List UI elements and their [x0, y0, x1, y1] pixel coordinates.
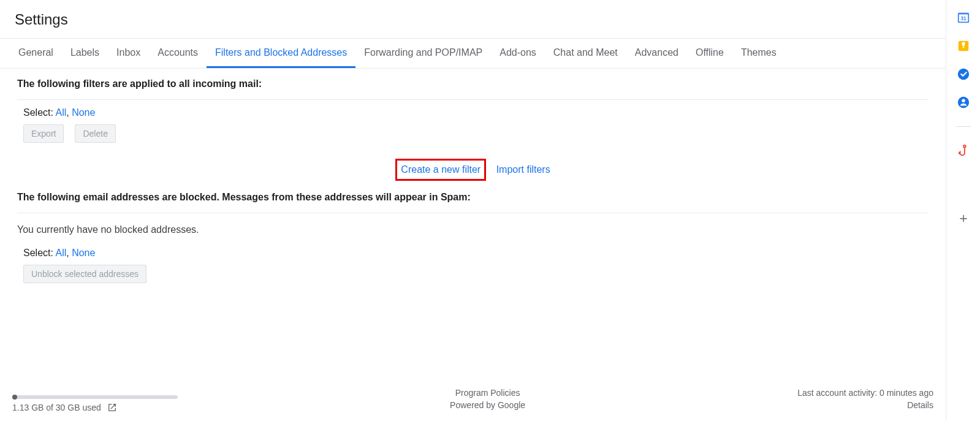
filters-heading: The following filters are applied to all… [17, 78, 929, 89]
export-button[interactable]: Export [23, 124, 64, 143]
add-icon[interactable]: ＋ [957, 211, 970, 225]
unblock-button[interactable]: Unblock selected addresses [23, 265, 146, 283]
filter-create-row: Create a new filter Import filters [17, 154, 929, 192]
side-divider [956, 126, 971, 127]
program-policies-link[interactable]: Program Policies [450, 388, 525, 398]
divider [17, 99, 929, 100]
tab-filters[interactable]: Filters and Blocked Addresses [207, 39, 355, 68]
tasks-icon[interactable] [957, 67, 970, 81]
horizontal-scrollbar[interactable] [12, 395, 178, 399]
account-activity-text: Last account activity: 0 minutes ago [797, 388, 933, 398]
svg-point-7 [962, 99, 965, 103]
svg-rect-4 [962, 47, 964, 48]
keep-icon[interactable] [957, 39, 970, 53]
tab-inbox[interactable]: Inbox [108, 39, 149, 68]
filter-buttons: Export Delete [17, 124, 929, 154]
details-link[interactable]: Details [797, 400, 933, 410]
import-filters-link[interactable]: Import filters [496, 164, 550, 175]
delete-button[interactable]: Delete [75, 124, 115, 143]
tab-forwarding[interactable]: Forwarding and POP/IMAP [355, 39, 491, 68]
select-none-link[interactable]: None [72, 107, 95, 118]
contacts-icon[interactable] [957, 96, 970, 109]
tab-addons[interactable]: Add-ons [491, 39, 545, 68]
blocked-heading: The following email addresses are blocke… [17, 192, 929, 203]
tab-general[interactable]: General [17, 39, 62, 68]
svg-point-5 [957, 69, 968, 80]
footer-center: Program Policies Powered by Google [450, 388, 525, 412]
filters-select-row: Select: All, None [17, 106, 929, 124]
footer-right: Last account activity: 0 minutes ago Det… [797, 388, 933, 412]
open-in-new-icon[interactable] [107, 403, 117, 412]
content-area: The following filters are applied to all… [0, 69, 946, 383]
select-all-link[interactable]: All [55, 107, 66, 118]
tab-advanced[interactable]: Advanced [626, 39, 687, 68]
footer-left: 1.13 GB of 30 GB used [12, 395, 178, 412]
header: Settings [0, 0, 946, 39]
blocked-select-none-link[interactable]: None [72, 248, 95, 258]
select-label: Select: [23, 107, 53, 118]
calendar-icon[interactable]: 31 [957, 11, 970, 25]
tab-labels[interactable]: Labels [62, 39, 108, 68]
blocked-select-row: Select: All, None [17, 246, 929, 265]
scrollbar-thumb[interactable] [12, 395, 17, 400]
storage-row: 1.13 GB of 30 GB used [12, 403, 178, 412]
settings-main: Settings General Labels Inbox Accounts F… [0, 0, 946, 421]
create-filter-link[interactable]: Create a new filter [401, 164, 481, 175]
blocked-select-all-link[interactable]: All [55, 248, 66, 258]
divider [17, 213, 929, 213]
tab-chat[interactable]: Chat and Meet [545, 39, 626, 68]
powered-by-text: Powered by Google [450, 400, 525, 410]
storage-text: 1.13 GB of 30 GB used [12, 403, 101, 412]
side-panel: 31 ＋ [946, 0, 980, 421]
settings-tabs: General Labels Inbox Accounts Filters an… [0, 39, 946, 69]
footer: 1.13 GB of 30 GB used Program Policies P… [0, 383, 946, 421]
tab-accounts[interactable]: Accounts [149, 39, 207, 68]
svg-text:31: 31 [960, 16, 967, 21]
page-title: Settings [0, 0, 946, 38]
tab-themes[interactable]: Themes [732, 39, 785, 68]
select-label: Select: [23, 248, 53, 258]
create-filter-highlight: Create a new filter [395, 159, 486, 181]
blocked-buttons: Unblock selected addresses [17, 265, 929, 294]
hook-icon[interactable] [957, 144, 970, 157]
tab-offline[interactable]: Offline [687, 39, 732, 68]
blocked-status: You currently have no blocked addresses. [17, 219, 929, 246]
